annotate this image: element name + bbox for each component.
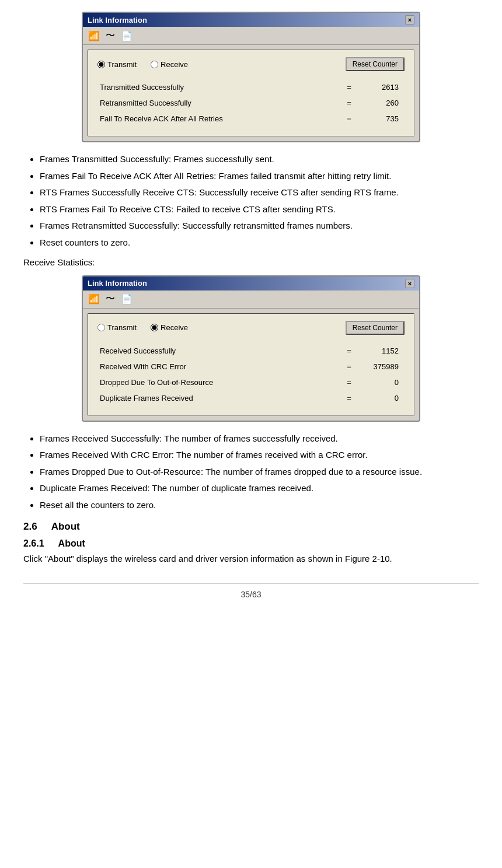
receive-transmit-radio-input[interactable]	[97, 324, 105, 331]
table-row: Dropped Due To Out-of-Resource = 0	[97, 374, 405, 390]
receive-section-label: Receive Statistics:	[23, 256, 479, 270]
transmit-dialog-toolbar: 📶 〜 📄	[83, 27, 419, 45]
list-item: Frames Received With CRC Error: The numb…	[40, 449, 479, 462]
list-item: RTS Frames Successfully Receive CTS: Suc…	[40, 186, 479, 200]
list-item: Reset counters to zero.	[40, 236, 479, 250]
stat-value: 0	[358, 390, 405, 406]
section-2-6-1-title: About	[58, 538, 85, 549]
list-item: Frames Transmitted Successfully: Frames …	[40, 153, 479, 166]
receive-bullets-list: Frames Received Successfully: The number…	[23, 432, 479, 512]
stat-eq: =	[340, 390, 358, 406]
stat-label: Dropped Due To Out-of-Resource	[97, 374, 340, 390]
list-item: Frames Retransmitted Successfully: Succe…	[40, 219, 479, 233]
list-item: Duplicate Frames Received: The number of…	[40, 482, 479, 495]
receive-receive-radio-input[interactable]	[151, 324, 158, 331]
table-row: Received Successfully = 1152	[97, 343, 405, 359]
receive-receive-label: Receive	[161, 323, 188, 332]
list-item: Frames Received Successfully: The number…	[40, 432, 479, 446]
about-text: Click "About" displays the wireless card…	[23, 552, 479, 566]
list-item: Frames Dropped Due to Out-of-Resource: T…	[40, 466, 479, 479]
close-icon: ×	[408, 16, 412, 23]
transmit-dialog-wrapper: Link Information × 📶 〜 📄 Transmit Recei	[23, 12, 479, 142]
transmit-dialog-close-button[interactable]: ×	[405, 15, 414, 24]
stat-value: 375989	[358, 359, 405, 374]
stat-label: Transmitted Successfully	[97, 79, 340, 95]
page-number: 35/63	[240, 590, 261, 599]
table-row: Retransmitted Successfully = 260	[97, 95, 405, 111]
section-2-6-heading: 2.6 About	[23, 521, 479, 533]
receive-dialog-wrapper: Link Information × 📶 〜 📄 Transmit Recei	[23, 275, 479, 422]
doc-icon: 📄	[120, 29, 133, 42]
receive-transmit-radio-label[interactable]: Transmit	[97, 323, 137, 332]
list-item: Reset all the counters to zero.	[40, 499, 479, 512]
stat-label: Fail To Receive ACK After All Retries	[97, 111, 340, 127]
transmit-dialog-title: Link Information	[88, 16, 147, 24]
transmit-dialog-body: Transmit Receive Reset Counter Transmitt…	[88, 50, 414, 136]
receive-dialog: Link Information × 📶 〜 📄 Transmit Recei	[82, 275, 420, 422]
stat-eq: =	[340, 359, 358, 374]
stat-eq: =	[340, 95, 358, 111]
stat-label: Retransmitted Successfully	[97, 95, 340, 111]
stat-eq: =	[340, 111, 358, 127]
receive-reset-counter-label: Reset Counter	[353, 324, 398, 332]
receive-dialog-title: Link Information	[88, 279, 147, 288]
receive-label: Receive	[161, 60, 188, 69]
receive-transmit-label: Transmit	[107, 323, 137, 332]
list-item: Frames Fail To Receive ACK After All Ret…	[40, 170, 479, 183]
section-2-6-number: 2.6	[23, 521, 37, 533]
receive-receive-radio-label[interactable]: Receive	[151, 323, 188, 332]
table-row: Duplicate Frames Received = 0	[97, 390, 405, 406]
receive-wifi-icon: 📶	[88, 293, 100, 306]
stat-label: Received Successfully	[97, 343, 340, 359]
stat-value: 2613	[358, 79, 405, 95]
wifi-icon: 📶	[88, 29, 100, 42]
transmit-dialog: Link Information × 📶 〜 📄 Transmit Recei	[82, 12, 420, 142]
transmit-stats-table: Transmitted Successfully = 2613 Retransm…	[97, 79, 405, 127]
stat-eq: =	[340, 79, 358, 95]
receive-stats-table: Received Successfully = 1152 Received Wi…	[97, 343, 405, 406]
receive-dialog-titlebar: Link Information ×	[83, 276, 419, 290]
table-row: Transmitted Successfully = 2613	[97, 79, 405, 95]
section-2-6-title: About	[51, 521, 80, 533]
stat-value: 260	[358, 95, 405, 111]
stat-eq: =	[340, 374, 358, 390]
receive-radio-label[interactable]: Receive	[151, 60, 188, 69]
wave-icon: 〜	[104, 29, 117, 42]
receive-wave-icon: 〜	[104, 293, 117, 306]
list-item: RTS Frames Fail To Receive CTS: Failed t…	[40, 203, 479, 216]
receive-dialog-toolbar: 📶 〜 📄	[83, 290, 419, 309]
stat-value: 735	[358, 111, 405, 127]
transmit-radio-label[interactable]: Transmit	[97, 60, 137, 69]
stat-eq: =	[340, 343, 358, 359]
receive-reset-counter-button[interactable]: Reset Counter	[346, 321, 405, 335]
receive-radio-row: Transmit Receive Reset Counter	[97, 321, 405, 335]
transmit-bullets-list: Frames Transmitted Successfully: Frames …	[23, 153, 479, 249]
reset-counter-label: Reset Counter	[353, 60, 398, 68]
receive-dialog-body: Transmit Receive Reset Counter Received …	[88, 313, 414, 416]
section-2-6-1-number: 2.6.1	[23, 538, 44, 549]
table-row: Received With CRC Error = 375989	[97, 359, 405, 374]
section-2-6-1-heading: 2.6.1 About	[23, 538, 479, 549]
stat-value: 0	[358, 374, 405, 390]
receive-dialog-close-button[interactable]: ×	[405, 279, 414, 288]
receive-radio-input[interactable]	[151, 61, 158, 68]
stat-label: Duplicate Frames Received	[97, 390, 340, 406]
transmit-dialog-titlebar: Link Information ×	[83, 13, 419, 27]
receive-radio-group: Transmit Receive	[97, 323, 188, 332]
transmit-radio-group: Transmit Receive	[97, 60, 188, 69]
stat-label: Received With CRC Error	[97, 359, 340, 374]
reset-counter-button[interactable]: Reset Counter	[346, 57, 405, 71]
transmit-radio-row: Transmit Receive Reset Counter	[97, 57, 405, 71]
transmit-label: Transmit	[107, 60, 137, 69]
stat-value: 1152	[358, 343, 405, 359]
receive-doc-icon: 📄	[120, 293, 133, 306]
receive-close-icon: ×	[408, 280, 412, 287]
page-footer: 35/63	[23, 583, 479, 599]
table-row: Fail To Receive ACK After All Retries = …	[97, 111, 405, 127]
transmit-radio-input[interactable]	[97, 61, 105, 68]
